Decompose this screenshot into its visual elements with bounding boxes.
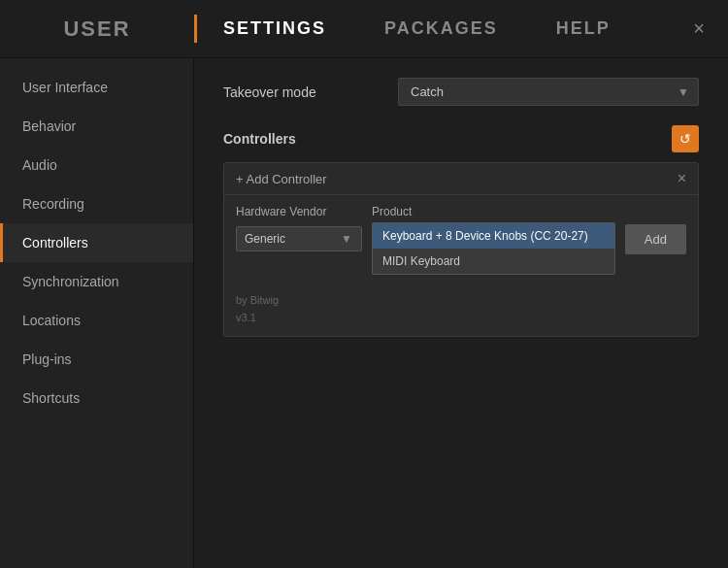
user-label: USER bbox=[63, 17, 130, 42]
bitwig-info: by Bitwig v3.1 bbox=[224, 284, 698, 336]
sidebar-item-locations[interactable]: Locations bbox=[0, 301, 193, 340]
sidebar-item-plug-ins[interactable]: Plug-ins bbox=[0, 340, 193, 379]
add-button-wrap: Add bbox=[625, 205, 686, 254]
sidebar-item-user-interface[interactable]: User Interface bbox=[0, 68, 193, 107]
top-bar: USER SETTINGS PACKAGES HELP × bbox=[0, 0, 728, 58]
add-controller-form: Hardware Vendor Generic Ableton Akai Art… bbox=[224, 195, 698, 284]
controller-panel-header: + Add Controller × bbox=[224, 163, 698, 195]
vendor-select[interactable]: Generic Ableton Akai Arturia Behringer K… bbox=[236, 226, 362, 251]
sidebar-item-behavior[interactable]: Behavior bbox=[0, 107, 193, 146]
vendor-select-wrap: Generic Ableton Akai Arturia Behringer K… bbox=[236, 226, 362, 251]
product-item-1[interactable]: MIDI Keyboard bbox=[373, 249, 614, 274]
add-button[interactable]: Add bbox=[625, 224, 686, 254]
sidebar-item-audio[interactable]: Audio bbox=[0, 146, 193, 184]
main-layout: User Interface Behavior Audio Recording … bbox=[0, 58, 728, 568]
product-list: Keyboard + 8 Device Knobs (CC 20-27) MID… bbox=[372, 222, 615, 275]
product-column: Product Keyboard + 8 Device Knobs (CC 20… bbox=[372, 205, 615, 275]
takeover-mode-select[interactable]: Catch Pickup Value scaling Immediate bbox=[398, 78, 699, 106]
nav-packages[interactable]: PACKAGES bbox=[355, 0, 527, 57]
bitwig-credit: by Bitwig bbox=[236, 292, 686, 310]
content-area: Takeover mode Catch Pickup Value scaling… bbox=[194, 58, 728, 568]
panel-close-button[interactable]: × bbox=[678, 171, 686, 186]
product-item-0[interactable]: Keyboard + 8 Device Knobs (CC 20-27) bbox=[373, 223, 614, 249]
takeover-mode-select-wrap: Catch Pickup Value scaling Immediate ▼ bbox=[398, 78, 699, 106]
sidebar-item-controllers[interactable]: Controllers bbox=[0, 223, 193, 262]
takeover-mode-row: Takeover mode Catch Pickup Value scaling… bbox=[223, 78, 699, 106]
sidebar-item-synchronization[interactable]: Synchronization bbox=[0, 262, 193, 301]
top-nav: SETTINGS PACKAGES HELP bbox=[194, 0, 670, 57]
sidebar: User Interface Behavior Audio Recording … bbox=[0, 58, 194, 568]
bitwig-version: v3.1 bbox=[236, 310, 686, 327]
nav-settings[interactable]: SETTINGS bbox=[194, 0, 355, 57]
takeover-mode-label: Takeover mode bbox=[223, 84, 398, 100]
product-header: Product bbox=[372, 205, 615, 218]
vendor-column: Hardware Vendor Generic Ableton Akai Art… bbox=[236, 205, 362, 251]
sidebar-item-recording[interactable]: Recording bbox=[0, 184, 193, 223]
close-button[interactable]: × bbox=[670, 0, 728, 58]
hardware-vendor-header: Hardware Vendor bbox=[236, 205, 362, 218]
user-section: USER bbox=[0, 17, 194, 42]
controllers-title: Controllers bbox=[223, 131, 296, 147]
refresh-button[interactable]: ↺ bbox=[672, 125, 699, 152]
refresh-icon: ↺ bbox=[679, 131, 691, 147]
controllers-section-header: Controllers ↺ bbox=[223, 125, 699, 152]
add-controller-button[interactable]: + Add Controller bbox=[236, 172, 327, 186]
nav-help[interactable]: HELP bbox=[527, 0, 640, 57]
sidebar-item-shortcuts[interactable]: Shortcuts bbox=[0, 379, 193, 418]
controller-panel: + Add Controller × Hardware Vendor Gener… bbox=[223, 162, 699, 337]
